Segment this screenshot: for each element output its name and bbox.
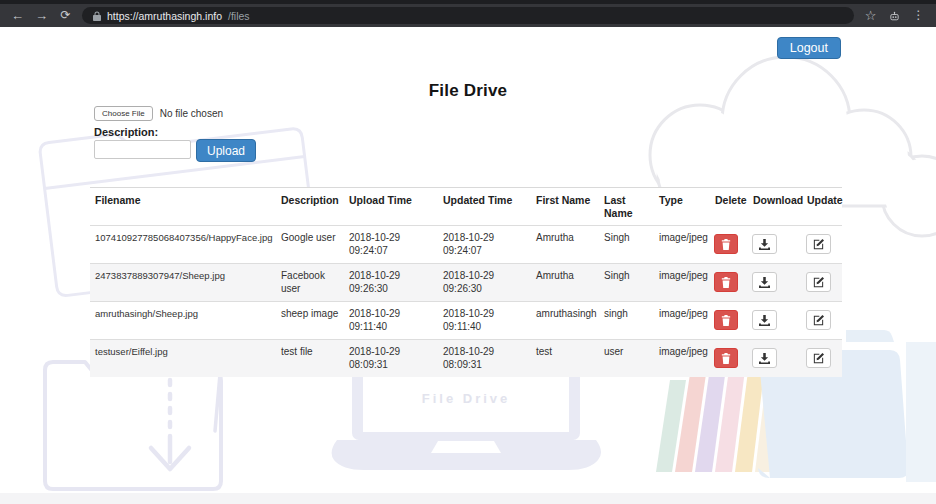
cell-update: [804, 302, 842, 340]
delete-button[interactable]: [714, 234, 738, 254]
choose-file-button[interactable]: Choose File: [94, 106, 153, 121]
cell-last-name: Singh: [599, 226, 654, 264]
cell-upload-time: 2018-10-29 09:26:30: [344, 264, 438, 302]
url-host: https://amruthasingh.info: [107, 10, 222, 22]
forward-arrow-icon[interactable]: →: [34, 4, 49, 27]
file-table: FilenameDescriptionUpload TimeUpdated Ti…: [90, 187, 842, 377]
download-icon: [759, 277, 770, 288]
trash-icon: [721, 353, 731, 364]
back-arrow-icon[interactable]: ←: [10, 4, 25, 27]
download-icon: [759, 315, 770, 326]
column-header-delete: Delete: [712, 188, 750, 226]
update-button[interactable]: [806, 234, 831, 254]
update-button[interactable]: [806, 348, 831, 368]
cell-last-name: singh: [599, 302, 654, 340]
refresh-icon[interactable]: ⟳: [58, 4, 73, 27]
download-button[interactable]: [752, 348, 777, 368]
file-row: amruthasingh/Sheep.jpgsheep image2018-10…: [90, 302, 842, 340]
cell-description: test file: [276, 340, 344, 378]
cell-delete: [712, 226, 750, 264]
extensions-icon[interactable]: [887, 4, 902, 27]
edit-icon: [813, 353, 824, 364]
cell-delete: [712, 340, 750, 378]
cell-last-name: Singh: [599, 264, 654, 302]
download-icon: [759, 353, 770, 364]
cell-download: [750, 340, 804, 378]
cell-type: image/jpeg: [654, 226, 712, 264]
logout-button[interactable]: Logout: [777, 37, 841, 59]
file-table-body: 107410927785068407356/HappyFace.jpgGoogl…: [90, 226, 842, 378]
column-header-upload-time: Upload Time: [344, 188, 438, 226]
download-folder-watermark: [45, 359, 221, 489]
delete-button[interactable]: [714, 348, 738, 368]
description-label: Description:: [94, 126, 158, 138]
download-button[interactable]: [752, 272, 777, 292]
file-row: 2473837889307947/Sheep.jpgFacebook user2…: [90, 264, 842, 302]
cell-first-name: Amrutha: [531, 226, 599, 264]
description-input[interactable]: [94, 140, 191, 159]
delete-button[interactable]: [714, 272, 738, 292]
edit-icon: [813, 315, 824, 326]
browser-window: ← → ⟳ https://amruthasingh.info/files ☆ …: [0, 0, 936, 504]
column-header-filename: Filename: [90, 188, 276, 226]
cell-description: sheep image: [276, 302, 344, 340]
floor-strip: [0, 493, 936, 504]
cell-download: [750, 264, 804, 302]
cell-delete: [712, 302, 750, 340]
trash-icon: [721, 277, 731, 288]
address-bar[interactable]: https://amruthasingh.info/files: [82, 7, 854, 24]
laptop-screen-text: File Drive: [422, 391, 511, 406]
cell-updated-time: 2018-10-29 09:24:07: [438, 226, 531, 264]
update-button[interactable]: [806, 272, 831, 292]
cell-update: [804, 226, 842, 264]
download-icon: [759, 239, 770, 250]
cell-filename: amruthasingh/Sheep.jpg: [90, 302, 276, 340]
file-table-header: FilenameDescriptionUpload TimeUpdated Ti…: [90, 188, 842, 226]
cell-update: [804, 340, 842, 378]
cell-upload-time: 2018-10-29 09:24:07: [344, 226, 438, 264]
column-header-type: Type: [654, 188, 712, 226]
cell-type: image/jpeg: [654, 302, 712, 340]
cell-first-name: amruthasingh: [531, 302, 599, 340]
cell-filename: 2473837889307947/Sheep.jpg: [90, 264, 276, 302]
cell-first-name: Amrutha: [531, 264, 599, 302]
file-row: testuser/Eiffel.jpgtest file2018-10-29 0…: [90, 340, 842, 378]
delete-button[interactable]: [714, 310, 738, 330]
column-header-updated-time: Updated Time: [438, 188, 531, 226]
menu-dots-icon[interactable]: ⋮: [911, 4, 926, 27]
column-header-update: Update: [804, 188, 842, 226]
file-chooser: Choose File No file chosen: [94, 106, 223, 121]
cell-last-name: user: [599, 340, 654, 378]
cell-first-name: test: [531, 340, 599, 378]
upload-button[interactable]: Upload: [196, 139, 256, 162]
download-button[interactable]: [752, 234, 777, 254]
cell-updated-time: 2018-10-29 08:09:31: [438, 340, 531, 378]
cell-filename: testuser/Eiffel.jpg: [90, 340, 276, 378]
cell-upload-time: 2018-10-29 08:09:31: [344, 340, 438, 378]
cell-type: image/jpeg: [654, 264, 712, 302]
page-content: File Drive Logout File Drive Choose File: [0, 27, 936, 504]
cell-download: [750, 226, 804, 264]
no-file-chosen-text: No file chosen: [160, 108, 223, 119]
bookmark-star-icon[interactable]: ☆: [863, 4, 878, 27]
cell-updated-time: 2018-10-29 09:11:40: [438, 302, 531, 340]
trash-icon: [721, 315, 731, 326]
download-button[interactable]: [752, 310, 777, 330]
column-header-description: Description: [276, 188, 344, 226]
edit-icon: [813, 277, 824, 288]
update-button[interactable]: [806, 310, 831, 330]
edit-icon: [813, 239, 824, 250]
trash-icon: [721, 239, 731, 250]
cell-filename: 107410927785068407356/HappyFace.jpg: [90, 226, 276, 264]
file-row: 107410927785068407356/HappyFace.jpgGoogl…: [90, 226, 842, 264]
browser-toolbar: ← → ⟳ https://amruthasingh.info/files ☆ …: [0, 4, 936, 27]
column-header-download: Download: [750, 188, 804, 226]
column-header-first-name: First Name: [531, 188, 599, 226]
column-header-last-name: Last Name: [599, 188, 654, 226]
cell-download: [750, 302, 804, 340]
page-title: File Drive: [0, 81, 936, 101]
cell-upload-time: 2018-10-29 09:11:40: [344, 302, 438, 340]
cell-description: Facebook user: [276, 264, 344, 302]
cell-updated-time: 2018-10-29 09:26:30: [438, 264, 531, 302]
lock-icon: [93, 11, 101, 21]
